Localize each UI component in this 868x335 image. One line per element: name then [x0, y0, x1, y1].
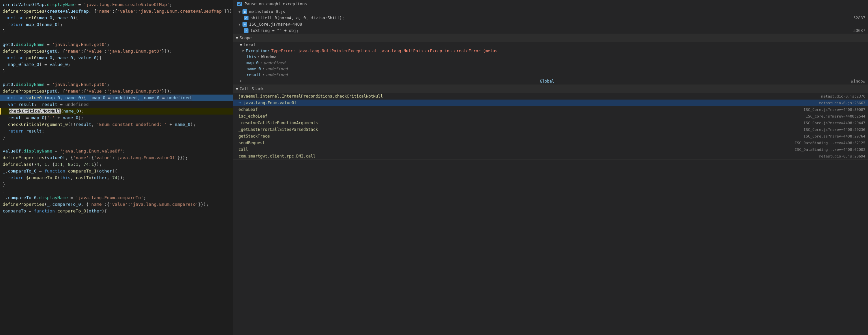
this-val: Window [261, 55, 275, 59]
exception-error-text: TypeError: java.lang.NullPointerExceptio… [271, 49, 497, 53]
callstack-fn-2: echoLeaf [239, 107, 801, 112]
callstack-file-4: ISC_Core.js?msrev=4408:29447 [804, 121, 865, 125]
callstack-file-9: metastudio-0.js:20694 [819, 154, 865, 158]
this-colon: : [257, 55, 260, 59]
callstack-triangle: ▼ [236, 87, 238, 91]
callstack-file-7: ISC_DataBinding...rev=4408:52125 [795, 141, 865, 145]
global-title: Global [540, 79, 554, 84]
code-line-4: return map_0[name_0]; [0, 21, 233, 28]
callstack-fn-5: _getLastErrorCallSitesParsedStack [239, 127, 801, 132]
scope-title: Scope [240, 36, 251, 40]
callstack-fn-9: com.smartgwt.client.rpc.DMI.call [239, 154, 816, 158]
code-line-9: function put0(map_0, name_0, value_0){ [0, 55, 233, 61]
this-key: this [246, 55, 256, 59]
callstack-item-0[interactable]: javaemul.internal.InternalPreconditions.… [233, 93, 868, 99]
map0-val: undefined [264, 61, 285, 65]
callstack-file-0: metastudio-0.js:2370 [822, 94, 865, 98]
pause-on-caught-label: Pause on caught exceptions [245, 2, 307, 6]
pause-on-caught-checkbox[interactable] [237, 2, 242, 6]
pause-exceptions-section: Pause on caught exceptions [233, 0, 868, 8]
code-line-6 [0, 35, 233, 41]
bp-triangle-1: ▼ [239, 10, 241, 14]
bp-file-metastudio[interactable]: ▼ ⊠ metastudio-0.js [233, 8, 868, 15]
result-key: result [246, 72, 261, 77]
code-line-17-current: checkCriticalNotNull(name_0); [0, 108, 233, 115]
code-line-26: _.compareTo_0 = function compareTo_1(oth… [0, 168, 233, 175]
code-line-25: defineClass(74, 1, {3:1, 85:1, 74:1}); [0, 161, 233, 168]
callstack-item-3[interactable]: isc_echoLeaf ISC_Core.js?msrev=4408:2544 [233, 113, 868, 120]
code-line-28: } [0, 181, 233, 188]
code-line-29: ; [0, 188, 233, 194]
callstack-fn-0: javaemul.internal.InternalPreconditions.… [239, 94, 819, 98]
code-line-32: compareTo = function compareTo_0(other){ [0, 208, 233, 214]
pause-on-caught-row[interactable]: Pause on caught exceptions [233, 0, 868, 8]
local-scope-header[interactable]: ▼ Local [233, 42, 868, 48]
name0-colon: : [262, 67, 265, 71]
callstack-item-2[interactable]: echoLeaf ISC_Core.js?msrev=4408:30087 [233, 106, 868, 113]
result-colon: : [262, 72, 265, 77]
callstack-arrow-1: ➜ [239, 100, 241, 105]
callstack-item-6[interactable]: getStackTrace ISC_Core.js?msrev=4408:297… [233, 133, 868, 140]
bp-line-item-2[interactable]: ✓ toString = "" + obj; 30087 [233, 28, 868, 34]
code-line-22 [0, 141, 233, 148]
code-line-15: function valueOf(map_0, name_0){ map_0 =… [0, 95, 233, 101]
bp-triangle-2: ▼ [239, 23, 241, 26]
bp-icon-2: ⊠ [243, 22, 247, 27]
scope-triangle: ▼ [236, 36, 238, 40]
callstack-fn-1: java.lang.Enum.valueOf [244, 100, 816, 105]
code-line-13: put0.displayName = 'java.lang.Enum.put0'… [0, 81, 233, 88]
callstack-section: ▼ Call Stack javaemul.internal.InternalP… [233, 85, 868, 160]
callstack-fn-3: isc_echoLeaf [239, 114, 803, 119]
callstack-file-6: ISC_Core.js?msrev=4408:29764 [804, 134, 865, 139]
bp-check-2: ✓ [244, 28, 248, 33]
code-line-19: checkCriticalArgument_0(!!result, 'Enum … [0, 121, 233, 128]
callstack-item-7[interactable]: sendRequest ISC_DataBinding...rev=4408:5… [233, 140, 868, 146]
exception-value: TypeError: java.lang.NullPointerExceptio… [271, 49, 497, 53]
code-line-8: defineProperties(get0, {'name':{'value':… [0, 48, 233, 55]
scope-header[interactable]: ▼ Scope [233, 34, 868, 42]
bp-file-isccore[interactable]: ▼ ⊠ ISC_Core.js?msrev=4408 [233, 21, 868, 28]
callstack-item-8[interactable]: call ISC_DataBinding...rev=4408:62002 [233, 146, 868, 153]
expand-triangle[interactable]: ▶ [243, 49, 245, 52]
callstack-item-9[interactable]: com.smartgwt.client.rpc.DMI.call metastu… [233, 153, 868, 159]
global-row[interactable]: ▶ Global Window [233, 78, 868, 85]
callstack-file-1: metastudio-0.js:28663 [819, 101, 865, 105]
code-line-20: return result; [0, 128, 233, 134]
callstack-file-5: ISC_Core.js?msrev=4408:29236 [804, 127, 865, 132]
code-line-31: defineProperties(_.compareTo_0, {'name':… [0, 201, 233, 208]
callstack-header[interactable]: ▼ Call Stack [233, 85, 868, 93]
bp-icon-1: ⊠ [243, 9, 247, 14]
callstack-item-5[interactable]: _getLastErrorCallSitesParsedStack ISC_Co… [233, 126, 868, 133]
code-line-11: } [0, 68, 233, 74]
name0-val: undefined [266, 67, 288, 71]
code-line-18: result = map_0[':' + name_0]; [0, 115, 233, 121]
callstack-fn-8: call [239, 147, 792, 152]
code-line-23: valueOf.displayName = 'java.lang.Enum.va… [0, 148, 233, 154]
bp-linenum-2: 30087 [854, 28, 865, 33]
callstack-item-1[interactable]: ➜ java.lang.Enum.valueOf metastudio-0.js… [233, 99, 868, 106]
global-triangle: ▶ [240, 79, 242, 84]
exception-row: ▶ Exception: TypeError: java.lang.NullPo… [233, 48, 868, 54]
code-line-30: _.compareTo_0.displayName = 'java.lang.E… [0, 194, 233, 201]
global-val: Window [851, 79, 865, 84]
local-triangle: ▼ [240, 42, 242, 47]
code-line-21: } [0, 134, 233, 141]
bp-filename-1: metastudio-0.js [249, 9, 285, 14]
callstack-fn-7: sendRequest [239, 141, 792, 145]
debug-panel: Pause on caught exceptions ▼ ⊠ metastudi… [233, 0, 868, 335]
code-line-27: return $compareTo_0(this, castTo(other, … [0, 175, 233, 181]
name0-row: name_0 : undefined [233, 66, 868, 72]
bp-line-item-1[interactable]: ✓ shiftLeft_0(normA, a, 0, divisorShift)… [233, 15, 868, 21]
exception-label: Exception: [246, 49, 270, 53]
code-line-1: createValueOfMap.displayName = 'java.lan… [0, 1, 233, 8]
result-val: undefined [266, 72, 288, 77]
callstack-item-4[interactable]: _resolveCallSiteFunctionArguments ISC_Co… [233, 120, 868, 126]
map0-key: map_0 [246, 61, 258, 65]
scope-section: ▼ Scope ▼ Local ▶ Exception: TypeError: … [233, 34, 868, 85]
breakpoints-section: ▼ ⊠ metastudio-0.js ✓ shiftLeft_0(normA,… [233, 8, 868, 34]
code-line-2: defineProperties(createValueOfMap, {'nam… [0, 8, 233, 14]
code-line-7: get0.displayName = 'java.lang.Enum.get0'… [0, 41, 233, 48]
this-row: this : Window [233, 54, 868, 60]
bp-filename-2: ISC_Core.js?msrev=4408 [249, 22, 302, 27]
callstack-fn-6: getStackTrace [239, 134, 801, 139]
